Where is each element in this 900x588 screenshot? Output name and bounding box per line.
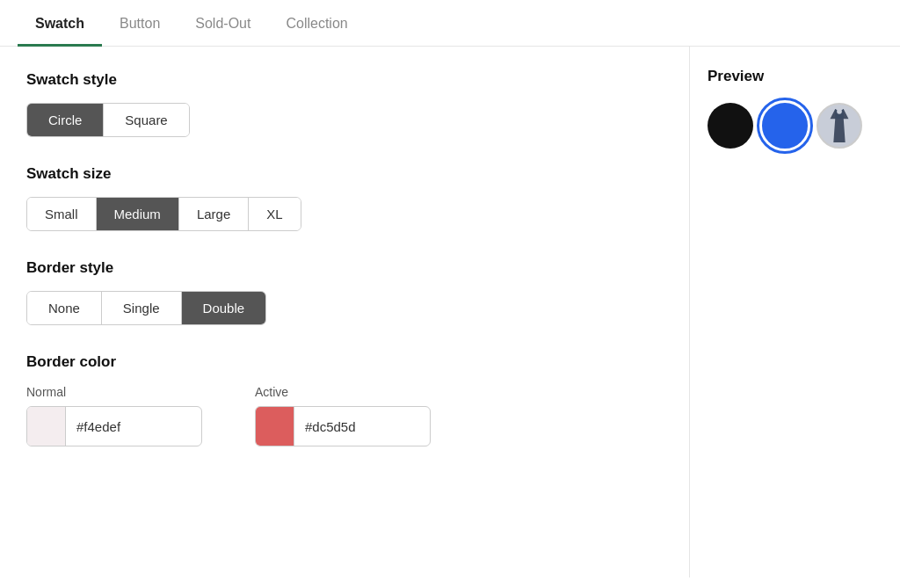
normal-color-text[interactable] [66,419,201,434]
preview-sidebar: Preview [689,47,900,577]
tab-collection[interactable]: Collection [268,0,365,47]
style-circle-button[interactable]: Circle [27,104,104,136]
normal-color-input-row [26,406,202,446]
size-medium-button[interactable]: Medium [97,198,179,230]
svg-point-0 [837,109,842,114]
tabs-bar: Swatch Button Sold-Out Collection [0,0,900,47]
border-color-title: Border color [26,353,663,371]
style-square-button[interactable]: Square [104,104,188,136]
normal-color-swatch[interactable] [27,407,66,446]
preview-title: Preview [708,68,882,85]
tab-sold-out[interactable]: Sold-Out [178,0,268,47]
active-color-swatch[interactable] [256,407,294,446]
border-style-section: Border style None Single Double [26,259,663,325]
swatch-style-title: Swatch style [26,71,663,89]
size-xl-button[interactable]: XL [249,198,300,230]
border-style-title: Border style [26,259,663,277]
border-color-section: Border color Normal Active [26,353,663,446]
tab-swatch[interactable]: Swatch [18,0,102,47]
swatch-size-title: Swatch size [26,165,663,183]
swatch-style-section: Swatch style Circle Square [26,71,663,137]
swatch-size-section: Swatch size Small Medium Large XL [26,165,663,231]
preview-swatch-image [817,103,862,149]
normal-color-label: Normal [26,385,202,399]
border-double-button[interactable]: Double [182,292,266,324]
active-color-text[interactable] [294,419,430,434]
content-area: Swatch style Circle Square Swatch size S… [0,47,900,577]
size-small-button[interactable]: Small [27,198,97,230]
dress-svg-icon [824,107,854,144]
active-color-input-row [255,406,431,446]
normal-color-group: Normal [26,385,202,446]
preview-swatches [708,103,882,149]
size-large-button[interactable]: Large [179,198,249,230]
swatch-size-group: Small Medium Large XL [26,197,301,231]
active-color-group: Active [255,385,431,446]
preview-swatch-black [708,103,753,149]
border-color-row: Normal Active [26,385,663,446]
border-single-button[interactable]: Single [102,292,182,324]
active-color-label: Active [255,385,431,399]
border-style-group: None Single Double [26,291,266,325]
preview-swatch-blue [762,103,808,149]
swatch-style-group: Circle Square [26,103,190,137]
border-none-button[interactable]: None [27,292,102,324]
tab-button[interactable]: Button [102,0,178,47]
main-panel: Swatch style Circle Square Swatch size S… [0,47,689,577]
